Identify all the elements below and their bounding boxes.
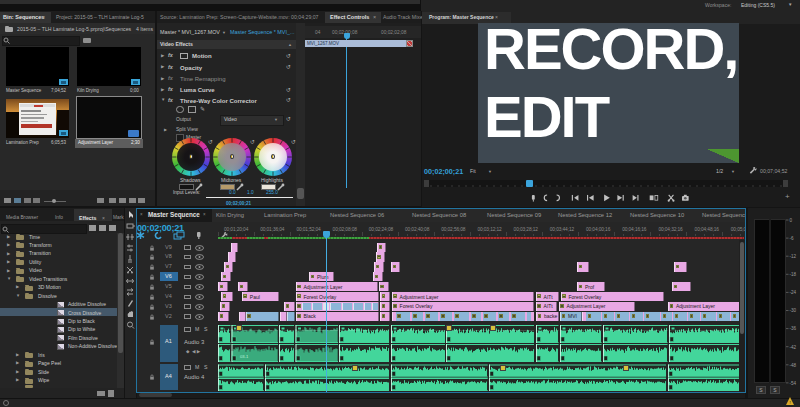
svg-text:00;01;52;04: 00;01;52;04 [296, 227, 321, 232]
svg-text:00;04;16;16: 00;04;16;16 [622, 227, 647, 232]
svg-text:-18: -18 [790, 272, 797, 277]
svg-text:00;01;36;04: 00;01;36;04 [260, 227, 285, 232]
svg-text:00;02;08;08: 00;02;08;08 [333, 227, 358, 232]
svg-text:00;01;20;04: 00;01;20;04 [224, 227, 249, 232]
svg-text:-42: -42 [790, 345, 797, 350]
svg-text:-6: -6 [790, 236, 795, 241]
svg-text:-48: -48 [790, 363, 797, 368]
svg-text:-30: -30 [790, 308, 797, 313]
svg-text:00;03;44;12: 00;03;44;12 [550, 227, 575, 232]
svg-text:0: 0 [790, 218, 793, 223]
svg-text:00;04;00;16: 00;04;00;16 [586, 227, 611, 232]
svg-text:00;02;56;08: 00;02;56;08 [441, 227, 466, 232]
svg-text:00;04;32;16: 00;04;32;16 [658, 227, 683, 232]
svg-text:-54: -54 [790, 381, 797, 386]
svg-text:00;03;28;12: 00;03;28;12 [514, 227, 539, 232]
svg-text:-36: -36 [790, 326, 797, 331]
svg-text:00;02;40;08: 00;02;40;08 [405, 227, 430, 232]
svg-text:00;05;04;2: 00;05;04;2 [731, 227, 745, 232]
svg-text:-24: -24 [790, 290, 797, 295]
svg-text:00;04;48;16: 00;04;48;16 [695, 227, 720, 232]
svg-text:-12: -12 [790, 254, 797, 259]
svg-text:00;03;12;12: 00;03;12;12 [477, 227, 502, 232]
svg-text:00;02;24;08: 00;02;24;08 [369, 227, 394, 232]
